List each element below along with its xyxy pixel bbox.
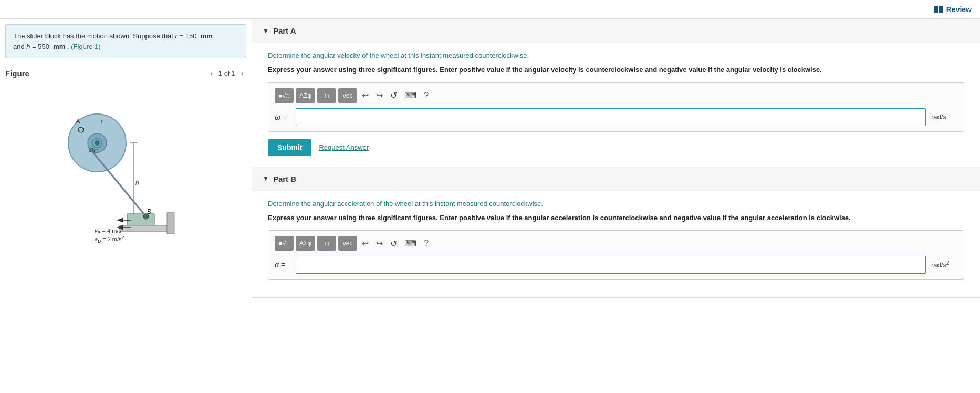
part-a-redo-btn[interactable]: ↪ <box>373 88 385 103</box>
part-a-help-btn[interactable]: ? <box>421 88 431 103</box>
figure-drawing: A C r h <box>5 82 246 261</box>
left-panel: The slider block has the motion shown. S… <box>0 19 252 393</box>
part-b-input-container: ■√□ ΑΣφ ↑↓ vec ↩ ↪ ↺ ⌨ ? α = rad <box>268 230 964 280</box>
part-a-answer-label: ω = <box>275 113 290 121</box>
figure-title: Figure <box>5 69 29 78</box>
review-icon <box>934 6 943 13</box>
part-b-unit: rad/s2 <box>931 260 957 269</box>
part-a-submit-row: Submit Request Answer <box>268 139 964 156</box>
part-b-description: Determine the angular acceleration of th… <box>268 200 964 208</box>
problem-text-line1: The slider block has the motion shown. S… <box>13 32 213 40</box>
part-b-section: ▼ Part B Determine the angular accelerat… <box>252 167 980 298</box>
figure-nav: ‹ 1 of 1 › <box>207 68 246 78</box>
part-a-header[interactable]: ▼ Part A <box>252 19 980 43</box>
part-b-sqrt-btn[interactable]: ■√□ <box>275 236 294 251</box>
part-b-help-btn[interactable]: ? <box>421 236 431 251</box>
svg-text:aB = 2 m/s2: aB = 2 m/s2 <box>95 235 124 244</box>
review-label: Review <box>946 5 972 14</box>
right-panel: ▼ Part A Determine the angular velocity … <box>252 19 980 393</box>
svg-text:vB = 4 m/s: vB = 4 m/s <box>95 227 121 235</box>
part-a-toolbar: ■√□ ΑΣφ ↑↓ vec ↩ ↪ ↺ ⌨ ? <box>275 88 957 103</box>
part-b-arrows-btn[interactable]: ↑↓ <box>317 236 336 251</box>
part-a-answer-input[interactable] <box>296 108 926 126</box>
part-b-body: Determine the angular acceleration of th… <box>252 191 980 298</box>
part-a-vec-btn[interactable]: vec <box>338 88 357 103</box>
figure-nav-current: 1 of 1 <box>218 69 236 77</box>
part-b-instruction: Express your answer using three signific… <box>268 213 964 223</box>
part-b-label: Part B <box>273 174 296 183</box>
part-a-submit-button[interactable]: Submit <box>268 139 311 156</box>
svg-rect-14 <box>127 214 154 225</box>
part-a-body: Determine the angular velocity of the wh… <box>252 43 980 167</box>
figure-header: Figure ‹ 1 of 1 › <box>5 68 246 78</box>
svg-rect-17 <box>120 225 167 232</box>
svg-point-2 <box>95 140 100 146</box>
part-b-keyboard-btn[interactable]: ⌨ <box>402 236 419 251</box>
part-b-refresh-btn[interactable]: ↺ <box>388 236 400 251</box>
problem-text-line2: and h = 550 mm . (Figure 1) <box>13 43 101 50</box>
part-b-redo-btn[interactable]: ↪ <box>373 236 385 251</box>
review-button[interactable]: Review <box>934 5 972 14</box>
part-a-section: ▼ Part A Determine the angular velocity … <box>252 19 980 167</box>
figure-next-button[interactable]: › <box>238 68 246 78</box>
main-content: The slider block has the motion shown. S… <box>0 19 980 393</box>
part-b-undo-btn[interactable]: ↩ <box>359 236 371 251</box>
part-a-instruction: Express your answer using three signific… <box>268 65 964 75</box>
part-a-input-container: ■√□ ΑΣφ ↑↓ vec ↩ ↪ ↺ ⌨ ? ω = rad <box>268 82 964 132</box>
top-bar: Review <box>0 0 980 19</box>
part-b-answer-label: α = <box>275 261 290 269</box>
part-a-undo-btn[interactable]: ↩ <box>359 88 371 103</box>
figure-prev-button[interactable]: ‹ <box>207 68 215 78</box>
svg-text:A: A <box>75 117 80 125</box>
figure-svg: A C r h <box>42 88 210 256</box>
figure-section: Figure ‹ 1 of 1 › <box>0 64 252 393</box>
part-a-refresh-btn[interactable]: ↺ <box>388 88 400 103</box>
part-b-toolbar: ■√□ ΑΣφ ↑↓ vec ↩ ↪ ↺ ⌨ ? <box>275 236 957 251</box>
svg-rect-18 <box>167 213 174 234</box>
problem-text: The slider block has the motion shown. S… <box>5 24 246 58</box>
part-b-header[interactable]: ▼ Part B <box>252 167 980 191</box>
part-b-answer-input[interactable] <box>296 256 926 274</box>
part-b-answer-row: α = rad/s2 <box>275 256 957 274</box>
part-a-sqrt-btn[interactable]: ■√□ <box>275 88 294 103</box>
part-a-alpha-btn[interactable]: ΑΣφ <box>296 88 315 103</box>
part-a-answer-row: ω = rad/s <box>275 108 957 126</box>
svg-text:h: h <box>135 179 139 187</box>
part-a-request-answer-button[interactable]: Request Answer <box>319 143 369 151</box>
svg-text:B: B <box>147 208 151 215</box>
part-b-arrow: ▼ <box>263 175 269 182</box>
part-a-keyboard-btn[interactable]: ⌨ <box>402 88 419 103</box>
part-b-alpha-btn[interactable]: ΑΣφ <box>296 236 315 251</box>
part-a-arrows-btn[interactable]: ↑↓ <box>317 88 336 103</box>
part-a-description: Determine the angular velocity of the wh… <box>268 51 964 59</box>
part-a-label: Part A <box>273 26 296 35</box>
part-a-unit: rad/s <box>931 113 957 121</box>
part-a-arrow: ▼ <box>263 27 269 35</box>
part-b-vec-btn[interactable]: vec <box>338 236 357 251</box>
